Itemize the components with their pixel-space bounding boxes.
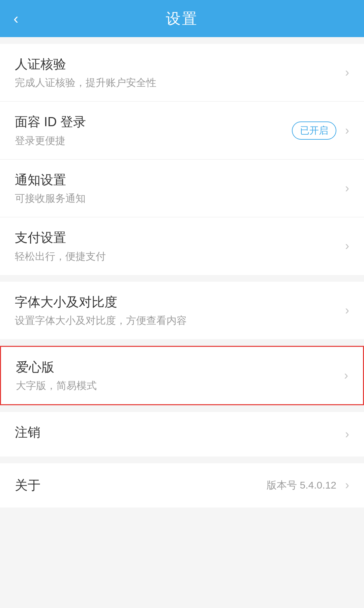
section-love-version: 爱心版 大字版，简易模式 ›	[0, 346, 364, 405]
section-logout: 注销 ›	[0, 412, 364, 456]
identity-verify-title: 人证核验	[15, 56, 342, 73]
notification-settings-subtitle: 可接收服务通知	[15, 192, 342, 205]
section-display: 字体大小及对比度 设置字体大小及对比度，方便查看内容 ›	[0, 282, 364, 339]
about-item[interactable]: 关于 版本号 5.4.0.12 ›	[0, 463, 364, 507]
notification-settings-title: 通知设置	[15, 172, 342, 188]
font-size-item[interactable]: 字体大小及对比度 设置字体大小及对比度，方便查看内容 ›	[0, 282, 364, 339]
love-version-subtitle: 大字版，简易模式	[16, 379, 341, 392]
love-version-item[interactable]: 爱心版 大字版，简易模式 ›	[0, 346, 364, 405]
settings-content: 人证核验 完成人证核验，提升账户安全性 › 面容 ID 登录 登录更便捷 已开启…	[0, 44, 364, 507]
version-label: 版本号 5.4.0.12	[267, 478, 336, 492]
face-id-badge: 已开启	[292, 121, 336, 140]
payment-settings-title: 支付设置	[15, 229, 342, 246]
section-about: 关于 版本号 5.4.0.12 ›	[0, 463, 364, 507]
chevron-icon: ›	[345, 181, 349, 195]
page-title: 设置	[166, 9, 198, 29]
font-size-subtitle: 设置字体大小及对比度，方便查看内容	[15, 314, 342, 327]
chevron-icon: ›	[344, 368, 348, 383]
chevron-icon: ›	[345, 239, 349, 253]
chevron-icon: ›	[345, 123, 349, 138]
face-id-item[interactable]: 面容 ID 登录 登录更便捷 已开启 ›	[0, 102, 364, 159]
face-id-title: 面容 ID 登录	[15, 114, 292, 130]
identity-verify-subtitle: 完成人证核验，提升账户安全性	[15, 76, 342, 89]
payment-settings-subtitle: 轻松出行，便捷支付	[15, 250, 342, 263]
chevron-icon: ›	[345, 303, 349, 317]
logout-item[interactable]: 注销 ›	[0, 412, 364, 456]
header: ‹ 设置	[0, 0, 364, 37]
about-title: 关于	[15, 477, 40, 494]
section-security: 人证核验 完成人证核验，提升账户安全性 › 面容 ID 登录 登录更便捷 已开启…	[0, 44, 364, 275]
back-button[interactable]: ‹	[13, 11, 19, 26]
identity-verify-item[interactable]: 人证核验 完成人证核验，提升账户安全性 ›	[0, 44, 364, 102]
chevron-icon: ›	[345, 478, 349, 492]
font-size-title: 字体大小及对比度	[15, 294, 342, 310]
chevron-icon: ›	[345, 427, 349, 441]
love-version-title: 爱心版	[16, 359, 341, 376]
chevron-icon: ›	[345, 65, 349, 80]
face-id-subtitle: 登录更便捷	[15, 134, 292, 147]
logout-title: 注销	[15, 424, 342, 441]
notification-settings-item[interactable]: 通知设置 可接收服务通知 ›	[0, 160, 364, 217]
payment-settings-item[interactable]: 支付设置 轻松出行，便捷支付 ›	[0, 217, 364, 275]
